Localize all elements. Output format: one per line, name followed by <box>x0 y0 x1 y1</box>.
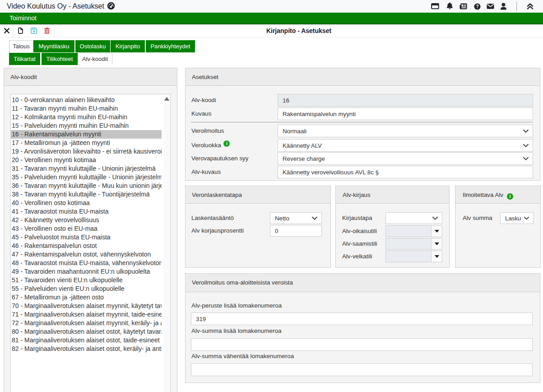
svg-text:?: ? <box>476 4 478 9</box>
